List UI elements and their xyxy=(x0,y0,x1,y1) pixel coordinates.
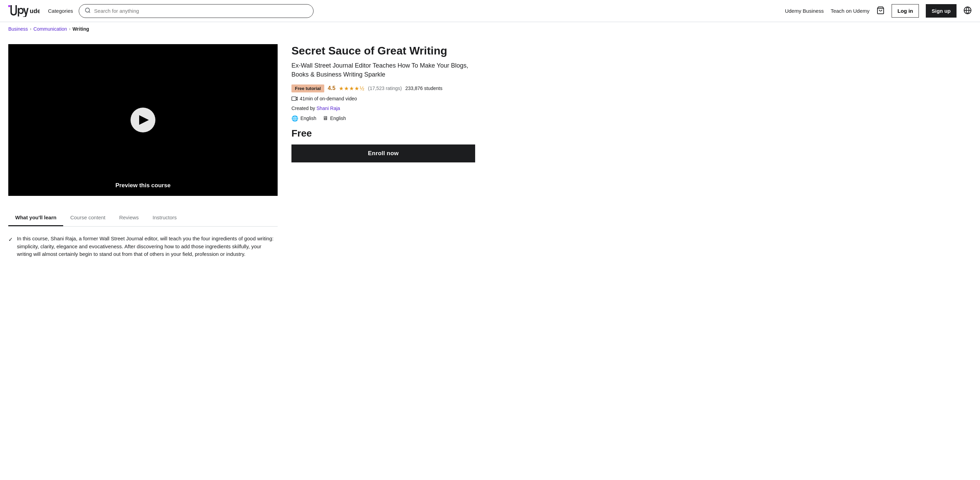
globe-icon: 🌐 xyxy=(291,115,298,122)
created-by: Created by Shani Raja xyxy=(291,106,475,111)
tab-what-youll-learn[interactable]: What you'll learn xyxy=(8,210,63,226)
video-icon xyxy=(291,96,298,101)
cart-icon[interactable] xyxy=(877,6,885,16)
preview-label: Preview this course xyxy=(115,182,170,189)
page-content: Preview this course What you'll learn Co… xyxy=(0,36,484,266)
audio-language-text: English xyxy=(301,116,316,121)
categories-button[interactable]: Categories xyxy=(48,8,73,14)
course-meta-row: Free tutorial 4.5 ★★★★½ (17,523 ratings)… xyxy=(291,84,475,92)
tabs-section: What you'll learn Course content Reviews… xyxy=(8,210,278,227)
udemy-logo[interactable]: udemy xyxy=(8,5,40,17)
language-globe-icon[interactable] xyxy=(963,6,972,16)
tab-instructors[interactable]: Instructors xyxy=(146,210,184,226)
learn-section: ✓ In this course, Shani Raja, a former W… xyxy=(8,235,278,266)
course-title: Secret Sauce of Great Writing xyxy=(291,44,475,57)
navbar: udemy Categories Udemy Business Teach on… xyxy=(0,0,980,22)
teach-link[interactable]: Teach on Udemy xyxy=(830,8,870,14)
video-preview[interactable]: Preview this course xyxy=(8,44,278,196)
audio-language: 🌐 English xyxy=(291,115,316,122)
breadcrumb-writing: Writing xyxy=(73,26,89,32)
breadcrumb-business[interactable]: Business xyxy=(8,26,28,32)
tab-reviews[interactable]: Reviews xyxy=(112,210,146,226)
language-row: 🌐 English 🖥 English xyxy=(291,115,475,122)
rating-count: (17,523 ratings) xyxy=(368,86,402,91)
breadcrumb-communication[interactable]: Communication xyxy=(33,26,67,32)
caption-icon: 🖥 xyxy=(323,115,328,121)
course-price: Free xyxy=(291,128,475,139)
caption-language: 🖥 English xyxy=(323,115,346,121)
tabs-row: What you'll learn Course content Reviews… xyxy=(8,210,278,226)
login-button[interactable]: Log in xyxy=(892,4,919,17)
breadcrumb-sep-1: › xyxy=(30,27,32,32)
video-duration: 41min of on-demand video xyxy=(300,96,357,101)
course-subtitle: Ex-Wall Street Journal Editor Teaches Ho… xyxy=(291,62,475,79)
video-meta: 41min of on-demand video xyxy=(291,96,475,101)
svg-line-2 xyxy=(89,11,90,13)
students-count: 233,876 students xyxy=(406,86,442,91)
play-button[interactable] xyxy=(130,108,155,132)
udemy-business-link[interactable]: Udemy Business xyxy=(785,8,824,14)
breadcrumb-sep-2: › xyxy=(69,27,70,32)
rating-number: 4.5 xyxy=(328,85,335,91)
svg-point-1 xyxy=(85,8,89,12)
free-badge: Free tutorial xyxy=(291,84,324,92)
created-by-prefix: Created by xyxy=(291,106,315,111)
tab-course-content[interactable]: Course content xyxy=(63,210,112,226)
search-icon xyxy=(84,7,91,15)
learn-item: ✓ In this course, Shani Raja, a former W… xyxy=(8,235,278,258)
left-column: Preview this course What you'll learn Co… xyxy=(8,44,278,266)
search-input[interactable] xyxy=(94,8,308,14)
breadcrumb: Business › Communication › Writing xyxy=(0,22,980,36)
check-icon: ✓ xyxy=(8,236,13,258)
caption-language-text: English xyxy=(330,116,346,121)
enroll-button[interactable]: Enroll now xyxy=(291,144,475,162)
search-bar[interactable] xyxy=(79,4,313,18)
instructor-link[interactable]: Shani Raja xyxy=(316,106,340,111)
svg-text:udemy: udemy xyxy=(30,8,40,14)
learn-item-text: In this course, Shani Raja, a former Wal… xyxy=(17,235,278,258)
stars: ★★★★½ xyxy=(339,85,364,92)
right-column: Secret Sauce of Great Writing Ex-Wall St… xyxy=(291,44,475,266)
navbar-right: Udemy Business Teach on Udemy Log in Sig… xyxy=(785,4,972,17)
signup-button[interactable]: Sign up xyxy=(926,4,956,17)
svg-rect-6 xyxy=(292,97,296,100)
